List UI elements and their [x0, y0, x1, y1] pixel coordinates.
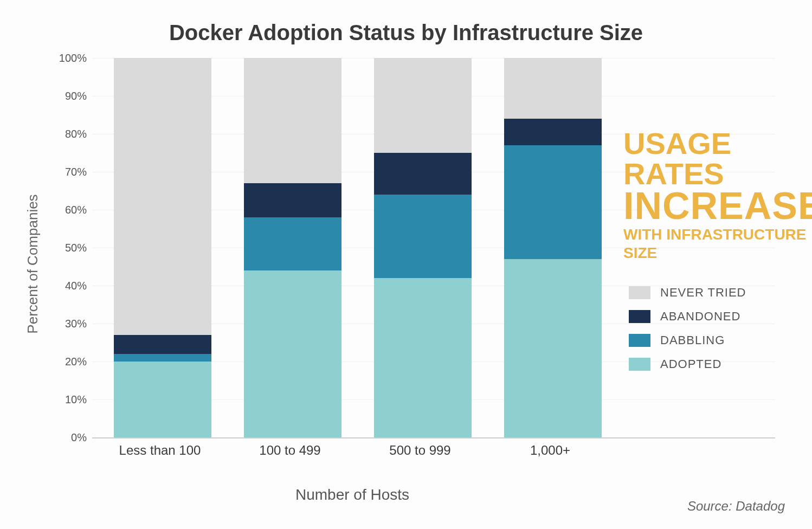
legend-label: ADOPTED	[660, 357, 721, 371]
callout-line-3: WITH INFRASTRUCTURE SIZE	[623, 225, 812, 262]
chart-container: Docker Adoption Status by Infrastructure…	[0, 0, 812, 529]
chart-wrap: Percent of Companies 0%10%20%30%40%50%60…	[54, 58, 791, 470]
legend-label: NEVER TRIED	[660, 286, 746, 300]
y-tick-label: 100%	[54, 52, 87, 64]
legend: NEVER TRIEDABANDONEDDABBLINGADOPTED	[629, 286, 746, 381]
bar-slot	[92, 58, 222, 437]
bar-segment-dabbling	[114, 354, 211, 362]
y-tick-label: 0%	[54, 431, 87, 444]
x-tick-label: Less than 100	[92, 443, 222, 458]
y-axis-label: Percent of Companies	[24, 194, 41, 333]
bar-segment-never	[244, 58, 341, 183]
bar-segment-abandoned	[504, 119, 602, 145]
x-tick-label: 500 to 999	[352, 443, 482, 458]
bar-segment-never	[114, 58, 211, 335]
bar-segment-adopted	[114, 362, 211, 437]
stacked-bar	[114, 58, 211, 437]
bar-segment-adopted	[374, 278, 472, 437]
legend-swatch	[629, 286, 650, 299]
y-tick-label: 40%	[54, 280, 87, 292]
bar-slot	[222, 58, 352, 437]
legend-swatch	[629, 358, 650, 371]
callout-line-2: INCREASE	[623, 189, 812, 223]
bar-segment-adopted	[244, 270, 341, 437]
legend-swatch	[629, 310, 650, 323]
legend-item: DABBLING	[629, 333, 746, 347]
bar-segment-dabbling	[244, 217, 341, 270]
y-tick-label: 30%	[54, 318, 87, 330]
y-tick-label: 20%	[54, 356, 87, 368]
bar-segment-never	[374, 58, 472, 153]
bar-segment-dabbling	[374, 195, 472, 278]
x-tick-labels: Less than 100100 to 499500 to 9991,000+	[92, 443, 775, 458]
bar-segment-dabbling	[504, 145, 602, 259]
chart-title: Docker Adoption Status by Infrastructure…	[22, 21, 790, 45]
x-axis-label: Number of Hosts	[92, 486, 613, 504]
legend-label: DABBLING	[660, 333, 725, 347]
bar-slot	[482, 58, 613, 437]
legend-label: ABANDONED	[660, 309, 740, 324]
y-tick-label: 60%	[54, 204, 87, 216]
stacked-bar	[374, 58, 472, 437]
y-tick-label: 90%	[54, 90, 87, 102]
callout-line-1: USAGE RATES	[623, 128, 812, 189]
y-tick-label: 70%	[54, 166, 87, 178]
bar-segment-abandoned	[114, 335, 211, 354]
bar-segment-adopted	[504, 259, 602, 437]
bar-segment-abandoned	[374, 153, 472, 195]
legend-item: ABANDONED	[629, 309, 746, 324]
y-tick-label: 10%	[54, 393, 87, 406]
y-tick-label: 80%	[54, 128, 87, 140]
legend-item: NEVER TRIED	[629, 286, 746, 300]
bar-slot	[352, 58, 482, 437]
callout-annotation: USAGE RATES INCREASE WITH INFRASTRUCTURE…	[623, 128, 812, 262]
x-tick-label: 100 to 499	[222, 443, 352, 458]
source-attribution: Source: Datadog	[687, 499, 785, 514]
legend-item: ADOPTED	[629, 357, 746, 371]
stacked-bar	[244, 58, 341, 437]
bar-segment-abandoned	[244, 183, 341, 217]
x-tick-label: 1,000+	[482, 443, 613, 458]
legend-swatch	[629, 334, 650, 347]
bar-segment-never	[504, 58, 602, 119]
y-tick-label: 50%	[54, 242, 87, 254]
stacked-bar	[504, 58, 602, 437]
gridline	[92, 437, 775, 438]
